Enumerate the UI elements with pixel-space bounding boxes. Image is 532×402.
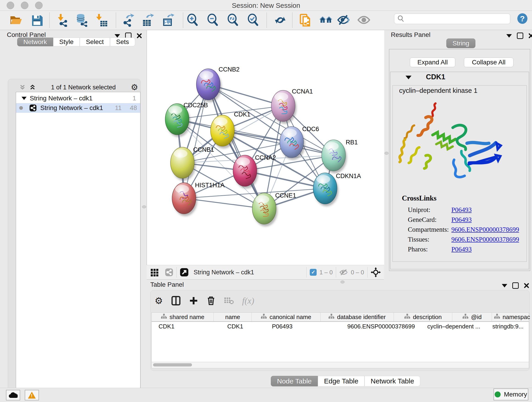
panel-close-icon[interactable] — [528, 33, 532, 38]
panel-menu-icon[interactable] — [114, 34, 120, 38]
warnings-button[interactable]: ! — [25, 390, 39, 400]
network-node-ccne1[interactable]: CCNE1 — [252, 192, 296, 226]
zoom-fit-icon[interactable] — [226, 13, 240, 27]
crosslink-row: Compartments:9606.ENSP00000378699 — [408, 226, 526, 233]
first-neighbors-icon[interactable] — [319, 13, 333, 27]
crosslink-row: Uniprot:P06493 — [408, 206, 526, 214]
node-label: CDC25B — [184, 102, 208, 109]
node-table[interactable]: shared namenamecanonical namedatabase id… — [152, 313, 529, 362]
zoom-selected-icon[interactable] — [246, 13, 260, 27]
panel-menu-icon[interactable] — [502, 284, 507, 287]
tab-style[interactable]: Style — [53, 38, 80, 46]
import-network-database-icon[interactable] — [75, 13, 89, 27]
save-session-icon[interactable] — [30, 13, 44, 27]
open-in-window-icon[interactable] — [180, 268, 189, 277]
network-tree-root-row[interactable]: String Network – cdk1 1 — [16, 94, 140, 103]
export-image-icon[interactable] — [162, 13, 175, 27]
crosslink-link[interactable]: P06493 — [451, 206, 472, 214]
tab-sets[interactable]: Sets — [110, 38, 135, 46]
panel-float-icon[interactable] — [512, 282, 519, 289]
network-tree-row[interactable]: String Network – cdk1 11 48 — [16, 103, 140, 113]
import-network-file-icon[interactable] — [56, 13, 70, 27]
duplicate-network-icon[interactable] — [299, 13, 312, 27]
show-all-icon[interactable] — [357, 13, 371, 27]
fit-content-crosshair-icon[interactable] — [371, 267, 381, 277]
help-icon[interactable]: ? — [517, 13, 527, 24]
show-columns-icon[interactable] — [171, 296, 181, 306]
export-table-icon[interactable] — [141, 13, 155, 27]
search-icon — [397, 15, 405, 23]
crosslink-label: Tissues: — [408, 236, 451, 243]
selected-checkbox-icon[interactable]: ✓ — [310, 269, 317, 276]
column-header-shared-name[interactable]: shared name — [152, 313, 214, 321]
window-titlebar: Session: New Session — [0, 0, 532, 11]
toolbar-separator — [266, 13, 267, 28]
left-splitter-handle[interactable] — [142, 205, 146, 208]
column-header-canonical-name[interactable]: canonical name — [252, 313, 321, 321]
network-canvas[interactable]: CCNB2CCNA1CDC25BCDK1CDC6RB1CCNB1CCNA2CDK… — [147, 30, 384, 265]
network-graph[interactable]: CCNB2CCNA1CDC25BCDK1CDC6RB1CCNB1CCNA2CDK… — [147, 30, 384, 265]
crosslink-link[interactable]: 9606.ENSP00000378699 — [451, 226, 519, 233]
network-node-ccnb2[interactable]: CCNB2 — [196, 66, 240, 102]
column-header-namespac[interactable]: namespac — [492, 313, 532, 321]
panel-menu-icon[interactable] — [506, 34, 512, 38]
export-network-icon[interactable] — [121, 13, 135, 27]
search-field[interactable] — [394, 13, 510, 24]
column-header-database-identifier[interactable]: database identifier — [321, 313, 394, 321]
delete-column-icon[interactable] — [206, 296, 215, 306]
add-column-icon[interactable] — [189, 296, 198, 305]
tab-select[interactable]: Select — [80, 38, 110, 46]
column-header-description[interactable]: description — [394, 313, 452, 321]
crosslink-link[interactable]: 9606.ENSP00000378699 — [451, 236, 519, 243]
panel-close-icon[interactable] — [137, 33, 142, 38]
import-table-icon[interactable] — [95, 13, 108, 27]
cloud-services-button[interactable] — [6, 390, 20, 400]
table-panel-tabs: Node TableEdge TableNetwork Table — [271, 376, 420, 386]
tab-node-table[interactable]: Node Table — [271, 376, 318, 386]
column-type-icon — [404, 313, 410, 321]
network-node-ccnb1[interactable]: CCNB1 — [171, 146, 214, 181]
network-node-rb1[interactable]: RB1 — [322, 139, 358, 173]
table-cell: CDK1 — [220, 322, 265, 331]
crosslink-label: Compartments: — [408, 226, 451, 233]
crosslink-link[interactable]: P06493 — [451, 245, 472, 253]
crosslink-link[interactable]: P06493 — [451, 216, 472, 223]
tree-collapse-icon[interactable] — [22, 97, 27, 100]
network-node-hist1h1a[interactable]: HIST1H1A — [172, 182, 225, 216]
tab-string[interactable]: String — [446, 38, 475, 48]
panel-float-icon[interactable] — [517, 32, 523, 39]
column-header-label: shared name — [170, 313, 204, 321]
zoom-out-icon[interactable] — [206, 13, 220, 27]
section-collapse-icon[interactable] — [405, 76, 412, 79]
tab-network[interactable]: Network — [17, 38, 53, 46]
apply-layout-icon[interactable] — [273, 13, 287, 27]
table-settings-gear-icon[interactable]: ⚙ — [155, 295, 163, 306]
column-header-name[interactable]: name — [214, 313, 252, 321]
tab-network-table[interactable]: Network Table — [365, 376, 420, 386]
collapse-all-button[interactable]: Collapse All — [464, 57, 513, 67]
open-file-icon[interactable] — [9, 13, 23, 27]
birds-eye-view-icon[interactable] — [150, 268, 159, 277]
network-node-cdkn1a[interactable]: CDKN1A — [313, 172, 361, 206]
node-label: CCNA1 — [292, 88, 313, 95]
network-list-gear-icon[interactable]: ⚙ — [131, 83, 138, 92]
table-row[interactable]: CDK1CDK1P064939606.ENSP00000378699cyclin… — [152, 322, 529, 331]
expand-all-button[interactable]: Expand All — [410, 57, 455, 67]
network-node-cdc6[interactable]: CDC6 — [280, 126, 319, 160]
network-node-cdc25b[interactable]: CDC25B — [165, 102, 208, 137]
collapse-all-tree-icon[interactable] — [29, 84, 36, 91]
network-overview-icon[interactable] — [165, 268, 173, 276]
scrollbar-thumb[interactable] — [153, 363, 192, 366]
table-horizontal-scrollbar[interactable] — [152, 362, 529, 368]
network-node-ccna1[interactable]: CCNA1 — [271, 88, 313, 124]
expand-all-tree-icon[interactable] — [19, 84, 26, 91]
zoom-in-icon[interactable] — [186, 13, 199, 27]
search-input[interactable] — [407, 14, 510, 24]
tab-edge-table[interactable]: Edge Table — [318, 376, 365, 386]
hide-selected-icon[interactable] — [337, 13, 351, 27]
panel-close-icon[interactable] — [524, 283, 529, 288]
column-header-@id[interactable]: @id — [452, 313, 492, 321]
network-edge[interactable] — [184, 84, 208, 198]
memory-button[interactable]: Memory — [494, 389, 528, 400]
network-edge[interactable] — [208, 84, 264, 209]
